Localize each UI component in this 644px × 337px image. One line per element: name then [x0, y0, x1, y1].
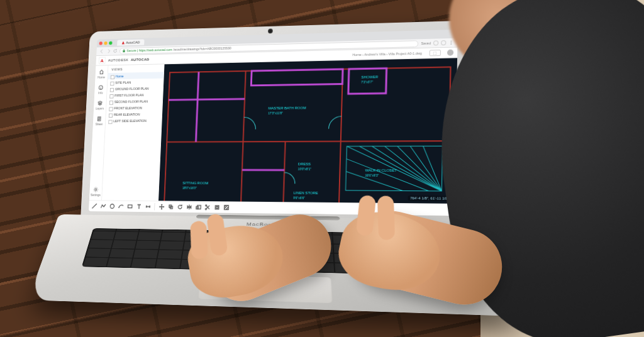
tool-copy[interactable] [167, 204, 174, 211]
text-icon [136, 204, 142, 210]
tool-rotate[interactable] [177, 204, 183, 211]
svg-text:9'6"x6'6": 9'6"x6'6" [293, 196, 305, 199]
sheet-icon [96, 116, 102, 121]
svg-line-9 [167, 141, 449, 142]
lock-icon [122, 49, 126, 53]
tool-trim[interactable] [204, 204, 211, 211]
app-body: Home Info Layers Sheet [89, 58, 457, 204]
rotate-icon [177, 204, 183, 210]
toolbar-separator [154, 203, 155, 210]
tool-arc[interactable] [118, 203, 124, 209]
svg-point-1 [451, 41, 452, 42]
breadcrumb[interactable]: Home › Andrew's Villa › Villa Project A0… [352, 52, 421, 57]
hatch-icon [223, 204, 230, 211]
rail-settings[interactable]: Settings [91, 187, 101, 197]
window-close-dot[interactable] [99, 41, 102, 45]
svg-text:7'3"x5'7": 7'3"x5'7" [361, 80, 373, 84]
svg-rect-32 [128, 205, 131, 208]
save-button[interactable]: ⬚ [430, 50, 441, 56]
arc-icon [118, 203, 123, 209]
svg-rect-13 [251, 69, 343, 86]
svg-line-15 [169, 99, 245, 100]
tool-rectangle[interactable] [126, 203, 133, 210]
svg-text:SITTING ROOM: SITTING ROOM [182, 181, 208, 185]
floorplan-svg: SHOWER 7'3"x5'7" MASTER BATH ROOM 17'3"x… [158, 58, 457, 204]
dimension-icon [145, 204, 150, 210]
tool-circle[interactable] [109, 203, 115, 209]
forward-icon[interactable] [106, 49, 111, 53]
rail-home[interactable]: Home [97, 69, 105, 79]
polyline-icon [100, 203, 106, 209]
move-icon [158, 204, 164, 210]
views-list: Home SITE PLAN GROUND FLOOR PLAN FIRST F… [106, 72, 164, 124]
avatar[interactable] [447, 50, 453, 56]
trim-icon [204, 204, 211, 211]
scale-icon [195, 204, 201, 211]
url-host: Secure | https://web.autocad.com [126, 48, 172, 52]
circle-icon [109, 203, 114, 209]
browser-tab[interactable]: AutoCAD [117, 39, 144, 45]
layers-icon [97, 100, 103, 106]
svg-text:LINEN STORE: LINEN STORE [293, 191, 318, 195]
svg-text:WALK IN CLOSET: WALK IN CLOSET [365, 168, 397, 172]
webcam [268, 29, 273, 34]
drawing-canvas[interactable]: SHOWER 7'3"x5'7" MASTER BATH ROOM 17'3"x… [158, 58, 457, 204]
svg-text:16'6"x9'3": 16'6"x9'3" [365, 174, 379, 177]
rail-layers[interactable]: Layers [96, 100, 104, 110]
svg-point-6 [95, 189, 97, 191]
window-min-dot[interactable] [104, 41, 107, 45]
reload-icon[interactable] [113, 48, 117, 53]
extension-icon[interactable] [433, 40, 438, 45]
svg-point-2 [451, 42, 452, 43]
laptop-lid: AutoCAD Secure | https://web.autocad.com… [80, 21, 467, 228]
copy-icon [167, 204, 173, 210]
tab-title: AutoCAD [126, 40, 140, 44]
line-icon [91, 203, 97, 209]
tool-line[interactable] [91, 202, 97, 209]
svg-rect-0 [123, 50, 125, 52]
screen: AutoCAD Secure | https://web.autocad.com… [89, 30, 458, 216]
mirror-icon [186, 204, 192, 211]
gear-icon [93, 187, 99, 192]
rail-info[interactable]: Info [97, 85, 103, 95]
profile-icon[interactable] [441, 40, 446, 45]
rectangle-icon [127, 204, 133, 210]
svg-text:MASTER BATH ROOM: MASTER BATH ROOM [268, 106, 306, 111]
svg-point-31 [110, 204, 114, 209]
tool-hatch[interactable] [223, 204, 230, 211]
window-max-dot[interactable] [109, 41, 112, 45]
menu-icon[interactable] [448, 40, 453, 45]
tool-polyline[interactable] [100, 203, 106, 209]
views-panel: VIEWS Home SITE PLAN GROUND FLOOR PLAN F… [102, 64, 165, 201]
tool-text[interactable] [135, 203, 142, 210]
tool-mirror[interactable] [186, 204, 192, 211]
svg-line-11 [339, 141, 341, 204]
view-item[interactable]: LEFT SIDE ELEVATION [106, 117, 162, 124]
svg-rect-36 [197, 206, 201, 209]
info-icon [98, 85, 104, 91]
svg-text:SHOWER: SHOWER [361, 75, 378, 79]
svg-text:10'0"x8'1": 10'0"x8'1" [298, 167, 312, 170]
svg-point-3 [450, 43, 452, 45]
autocad-favicon-icon [121, 41, 125, 45]
svg-line-8 [241, 71, 246, 204]
tool-offset[interactable] [213, 204, 220, 211]
tool-scale[interactable] [195, 204, 202, 211]
rail-sheet[interactable]: Sheet [96, 116, 103, 126]
saved-indicator: Saved [421, 41, 431, 45]
autocad-logo-icon: A [99, 58, 105, 64]
offset-icon [214, 204, 220, 211]
svg-line-16 [196, 72, 199, 141]
svg-point-38 [205, 209, 206, 210]
coordinate-readout: 764'-4 1/8", 61'-11 1/8" [408, 196, 451, 201]
svg-text:17'3"x11'8": 17'3"x11'8" [268, 112, 283, 115]
svg-text:18'0"x16'0": 18'0"x16'0" [182, 187, 197, 190]
svg-text:DRESS: DRESS [298, 162, 311, 165]
tool-move[interactable] [158, 204, 164, 211]
url-path: /acad/me/drawings?ids=ABC0000125530 [173, 47, 231, 52]
svg-rect-40 [216, 206, 218, 208]
views-heading: VIEWS [111, 67, 164, 71]
back-icon[interactable] [100, 49, 104, 53]
app-name: AUTODESK AUTOCAD [108, 58, 150, 62]
tool-dim[interactable] [145, 203, 151, 210]
